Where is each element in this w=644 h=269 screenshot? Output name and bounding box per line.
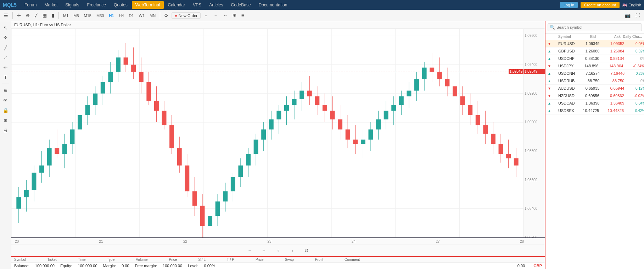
symbol-row[interactable]: ▲USDRUB88.75088.7500% bbox=[545, 77, 644, 85]
symbol-row[interactable]: ▲USDCHF0.881300.881340% bbox=[545, 55, 644, 62]
login-button[interactable]: Log in bbox=[560, 2, 578, 8]
nav-documentation[interactable]: Documentation bbox=[255, 1, 291, 9]
symbol-change: 0.04% bbox=[624, 101, 644, 105]
print-tool[interactable]: 🖨 bbox=[1, 126, 10, 134]
price-level-label: 1.08200 bbox=[525, 235, 537, 237]
wave-tool[interactable]: ～ bbox=[221, 11, 229, 20]
tf-mn[interactable]: MN bbox=[148, 13, 157, 18]
nav-calendar[interactable]: Calendar bbox=[164, 1, 189, 9]
right-panel: 🔍 Symbol Bid Ask Daily Cha... ▼EURUSD1.0… bbox=[545, 21, 644, 269]
scroll-left-btn[interactable]: ‹ bbox=[274, 246, 282, 255]
magnet-tool[interactable]: ⊕ bbox=[24, 12, 32, 19]
tf-m5[interactable]: M5 bbox=[72, 13, 80, 18]
free-margin-label: Free margin: bbox=[135, 264, 157, 268]
arrow-down-icon: ▼ bbox=[548, 42, 558, 46]
chart-canvas[interactable] bbox=[11, 29, 523, 237]
nav-vps[interactable]: VPS bbox=[189, 1, 205, 9]
bar-chart-tool[interactable]: ▦ bbox=[41, 12, 49, 19]
symbol-ask: 7.16446 bbox=[600, 71, 625, 75]
eye-tool[interactable]: 👁 bbox=[1, 96, 10, 105]
crosshair-tool[interactable]: ✛ bbox=[15, 12, 23, 19]
indicator-tool[interactable]: ⊕ bbox=[1, 116, 10, 124]
tf-h1[interactable]: H1 bbox=[107, 13, 116, 18]
symbol-change: 0.26% bbox=[625, 72, 644, 75]
symbol-change: 0% bbox=[624, 79, 644, 83]
date-label: 21 bbox=[99, 240, 103, 243]
balance-label: Balance: bbox=[14, 264, 29, 268]
symbol-bid: 0.65935 bbox=[575, 86, 599, 90]
symbol-name: EURUSD bbox=[558, 41, 575, 46]
symbol-bid: 88.750 bbox=[575, 79, 599, 83]
cursor-tool[interactable]: ↖ bbox=[1, 23, 10, 32]
header-change: Daily Cha... bbox=[621, 35, 642, 39]
chart-title: EURUSD, H1: Euro vs US Dollar bbox=[14, 23, 71, 27]
channel-tool[interactable]: ⟋ bbox=[1, 53, 10, 62]
text-tool[interactable]: T bbox=[1, 73, 10, 82]
level-label: Level: bbox=[188, 264, 198, 268]
symbol-row[interactable]: ▼EURUSD1.093491.09352-0.05% bbox=[545, 40, 644, 47]
tf-m1[interactable]: M1 bbox=[61, 13, 70, 18]
symbol-ask: 88.750 bbox=[599, 79, 624, 83]
nav-forum[interactable]: Forum bbox=[21, 1, 40, 9]
separator-3 bbox=[160, 12, 160, 19]
reset-zoom-btn[interactable]: ↺ bbox=[302, 246, 311, 255]
zoom-out-button[interactable]: － bbox=[212, 11, 220, 20]
crosshair-left-tool[interactable]: ✛ bbox=[1, 33, 10, 42]
tf-m15[interactable]: M15 bbox=[82, 13, 93, 18]
date-label: 20 bbox=[15, 240, 19, 243]
nav-codebase[interactable]: CodeBase bbox=[228, 1, 254, 9]
zoom-in-chart-btn[interactable]: + bbox=[260, 246, 268, 255]
profit-value: 0.00 bbox=[517, 264, 525, 268]
symbol-row[interactable]: ▲GBPUSD1.260801.260840.02% bbox=[545, 47, 644, 55]
nav-quotes[interactable]: Quotes bbox=[110, 1, 131, 9]
hamburger-button[interactable]: ☰ bbox=[2, 12, 10, 19]
symbol-change: 0.12% bbox=[624, 86, 644, 90]
left-toolbar: ↖ ✛ ╱ ⟋ ✏ T ≋ 👁 🔒 ⊕ 🖨 bbox=[0, 21, 11, 269]
search-input[interactable] bbox=[548, 23, 642, 31]
symbol-row[interactable]: ▼NZDUSD0.608560.60862-0.02% bbox=[545, 92, 644, 100]
symbol-row[interactable]: ▲USDCNH7.162747.164460.26% bbox=[545, 70, 644, 77]
new-order-button[interactable]: ● New Order bbox=[172, 12, 201, 19]
candle-chart-tool[interactable]: ▮ bbox=[50, 12, 56, 19]
header-bid: Bid bbox=[571, 35, 596, 39]
nav-webterminal[interactable]: WebTerminal bbox=[132, 1, 164, 9]
nav-signals[interactable]: Signals bbox=[62, 1, 83, 9]
col-sl: S / L bbox=[198, 258, 206, 262]
col-comment: Comment bbox=[345, 258, 360, 262]
symbol-change: -0.34% bbox=[623, 64, 644, 68]
language-selector[interactable]: 🇬🇧 English bbox=[622, 3, 641, 7]
nav-articles[interactable]: Articles bbox=[206, 1, 226, 9]
symbol-bid: 0.88130 bbox=[575, 56, 599, 61]
zoom-in-button[interactable]: ＋ bbox=[202, 11, 210, 20]
line-tool[interactable]: ╱ bbox=[33, 12, 39, 19]
symbol-row[interactable]: ▼USDJPY148.896148.904-0.34% bbox=[545, 62, 644, 70]
tf-d1[interactable]: D1 bbox=[127, 13, 136, 18]
list-view-button[interactable]: ≡ bbox=[240, 12, 246, 19]
scroll-right-btn[interactable]: › bbox=[288, 246, 297, 255]
symbol-table-header: Symbol Bid Ask Daily Cha... bbox=[545, 34, 644, 40]
header-arrow bbox=[548, 35, 558, 39]
symbol-row[interactable]: ▼AUDUSD0.659350.659440.12% bbox=[545, 85, 644, 92]
screenshot-button[interactable]: 📷 bbox=[623, 12, 632, 19]
chart-area[interactable]: 1.09349 bbox=[11, 29, 523, 238]
create-account-button[interactable]: Create an account bbox=[581, 2, 620, 8]
nav-market[interactable]: Market bbox=[41, 1, 61, 9]
tf-h4[interactable]: H4 bbox=[117, 13, 125, 18]
fullscreen-button[interactable]: ⛶ bbox=[634, 12, 642, 19]
zoom-out-chart-btn[interactable]: − bbox=[246, 246, 254, 255]
fibonacci-tool[interactable]: ≋ bbox=[1, 86, 10, 95]
tf-w1[interactable]: W1 bbox=[137, 13, 147, 18]
nav-freelance[interactable]: Freelance bbox=[84, 1, 110, 9]
left-sep-1 bbox=[2, 84, 9, 84]
lock-tool[interactable]: 🔒 bbox=[1, 106, 10, 114]
symbol-name: USDJPY bbox=[558, 64, 573, 68]
symbol-change: 0.42% bbox=[624, 109, 644, 113]
symbol-row[interactable]: ▲USDCAD1.363981.364090.04% bbox=[545, 100, 644, 107]
sync-button[interactable]: ⟳ bbox=[163, 12, 170, 19]
trend-line-tool[interactable]: ╱ bbox=[1, 43, 10, 52]
grid-button[interactable]: ⊞ bbox=[231, 12, 238, 19]
symbol-row[interactable]: ▲USDSEK10.4472510.448260.42% bbox=[545, 107, 644, 114]
new-order-icon: ● bbox=[175, 13, 177, 18]
tf-m30[interactable]: M30 bbox=[95, 13, 106, 18]
pencil-tool[interactable]: ✏ bbox=[1, 63, 10, 72]
